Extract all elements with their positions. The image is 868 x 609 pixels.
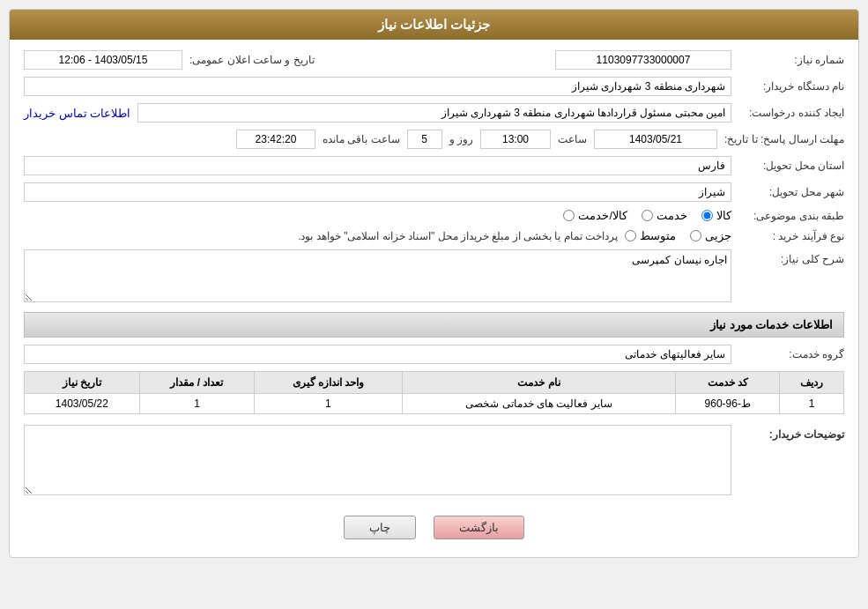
contact-link[interactable]: اطلاعات تماس خریدار	[24, 107, 130, 120]
col-row-num: ردیف	[780, 372, 844, 394]
category-goods-service-label: کالا/خدمت	[578, 209, 627, 222]
need-description-container	[24, 249, 731, 305]
buyer-notes-label: توضیحات خریدار:	[738, 425, 844, 441]
cell-quantity: 1	[139, 394, 255, 414]
buyer-org-row: نام دستگاه خریدار: شهرداری منطقه 3 شهردا…	[24, 77, 844, 96]
category-service-item: خدمت	[642, 209, 687, 222]
province-row: استان محل تحویل: فارس	[24, 156, 844, 175]
card-body: شماره نیاز: 1103097733000007 تاریخ و ساع…	[10, 40, 858, 557]
city-value: شیراز	[24, 182, 731, 202]
need-number-label: شماره نیاز:	[738, 54, 844, 66]
process-partial-item: جزیی	[690, 229, 731, 242]
announce-datetime-value: 1403/05/15 - 12:06	[24, 50, 182, 70]
cell-service-name: سایر فعالیت های خدماتی شخصی	[402, 394, 676, 414]
col-quantity: تعداد / مقدار	[139, 372, 255, 394]
category-radio-group: کالا/خدمت خدمت کالا	[563, 209, 731, 222]
process-label: نوع فرآیند خرید :	[738, 230, 844, 242]
service-group-row: گروه خدمت: سایر فعالیتهای خدماتی	[24, 345, 844, 364]
services-section-title: اطلاعات خدمات مورد نیاز	[24, 312, 844, 338]
need-number-row: شماره نیاز: 1103097733000007 تاریخ و ساع…	[24, 50, 844, 70]
service-group-value: سایر فعالیتهای خدماتی	[24, 345, 731, 364]
need-number-value: 1103097733000007	[555, 50, 731, 70]
province-value: فارس	[24, 156, 731, 175]
print-button[interactable]: چاپ	[344, 516, 416, 539]
response-time-label: ساعت	[558, 133, 587, 145]
response-remaining-value: 23:42:20	[236, 130, 315, 149]
cell-unit: 1	[255, 394, 402, 414]
process-medium-label: متوسط	[640, 229, 676, 242]
cell-service-code: ط-96-960	[676, 394, 780, 414]
cell-date: 1403/05/22	[25, 394, 140, 414]
creator-row: ایجاد کننده درخواست: امین محبتی مسئول قر…	[24, 103, 844, 123]
services-table-header: ردیف کد خدمت نام خدمت واحد اندازه گیری ت…	[25, 372, 844, 394]
category-row: طبقه بندی موضوعی: کالا/خدمت خدمت کالا	[24, 209, 844, 222]
bottom-buttons: بازگشت چاپ	[24, 505, 844, 546]
services-table: ردیف کد خدمت نام خدمت واحد اندازه گیری ت…	[24, 371, 844, 414]
response-time-value: 13:00	[480, 130, 551, 149]
buyer-notes-container	[24, 425, 731, 498]
service-group-label: گروه خدمت:	[738, 348, 844, 360]
page-title: جزئیات اطلاعات نیاز	[10, 10, 858, 40]
col-service-name: نام خدمت	[402, 372, 676, 394]
buyer-notes-textarea[interactable]	[24, 425, 731, 495]
city-row: شهر محل تحویل: شیراز	[24, 182, 844, 202]
need-description-textarea[interactable]	[24, 249, 731, 302]
category-goods-item: کالا	[701, 209, 731, 222]
services-table-body: 1 ط-96-960 سایر فعالیت های خدماتی شخصی 1…	[25, 394, 844, 414]
col-unit: واحد اندازه گیری	[255, 372, 402, 394]
response-days-value: 5	[407, 130, 442, 149]
process-partial-label: جزیی	[705, 229, 731, 242]
category-goods-service-item: کالا/خدمت	[563, 209, 627, 222]
category-label: طبقه بندی موضوعی:	[738, 210, 844, 222]
table-row: 1 ط-96-960 سایر فعالیت های خدماتی شخصی 1…	[25, 394, 844, 414]
category-goods-label: کالا	[716, 209, 731, 222]
process-partial-radio[interactable]	[690, 230, 701, 241]
main-card: جزئیات اطلاعات نیاز شماره نیاز: 11030977…	[9, 9, 859, 558]
process-medium-radio[interactable]	[625, 230, 636, 241]
city-label: شهر محل تحویل:	[738, 186, 844, 198]
creator-label: ایجاد کننده درخواست:	[738, 107, 844, 119]
cell-row-num: 1	[780, 394, 844, 414]
process-row: نوع فرآیند خرید : جزیی متوسط پرداخت تمام…	[24, 229, 844, 242]
col-date: تاریخ نیاز	[25, 372, 140, 394]
need-description-row: شرح کلی نیاز:	[24, 249, 844, 305]
buyer-org-value: شهرداری منطقه 3 شهرداری شیراز	[24, 77, 731, 96]
category-goods-radio[interactable]	[701, 210, 713, 221]
page-wrapper: جزئیات اطلاعات نیاز شماره نیاز: 11030977…	[0, 0, 868, 609]
creator-value: امین محبتی مسئول قراردادها شهرداری منطقه…	[137, 103, 731, 123]
need-description-label: شرح کلی نیاز:	[738, 249, 844, 265]
response-days-label: روز و	[449, 133, 473, 145]
col-service-code: کد خدمت	[676, 372, 780, 394]
buyer-notes-row: توضیحات خریدار:	[24, 425, 844, 498]
response-deadline-label: مهلت ارسال پاسخ: تا تاریخ:	[724, 133, 844, 145]
announce-datetime-label: تاریخ و ساعت اعلان عمومی:	[189, 54, 315, 66]
category-service-label: خدمت	[657, 209, 687, 222]
response-remaining-label: ساعت باقی مانده	[323, 133, 400, 145]
category-goods-service-radio[interactable]	[563, 210, 575, 221]
back-button[interactable]: بازگشت	[434, 516, 524, 539]
category-service-radio[interactable]	[642, 210, 653, 221]
province-label: استان محل تحویل:	[738, 160, 844, 172]
process-medium-item: متوسط	[625, 229, 676, 242]
response-date-value: 1403/05/21	[594, 130, 717, 149]
buyer-org-label: نام دستگاه خریدار:	[738, 80, 844, 93]
response-deadline-row: مهلت ارسال پاسخ: تا تاریخ: 1403/05/21 سا…	[24, 130, 844, 149]
process-note: پرداخت تمام یا بخشی از مبلغ خریداز محل "…	[24, 230, 618, 242]
